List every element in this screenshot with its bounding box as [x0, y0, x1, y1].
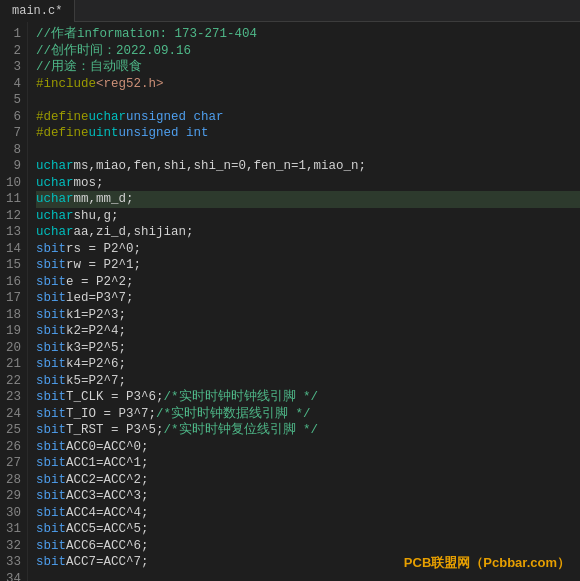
tab-bar: main.c*	[0, 0, 580, 22]
watermark: PCB联盟网（Pcbbar.com）	[404, 555, 570, 572]
tab-label: main.c*	[12, 4, 62, 18]
code-line: sbit led=P3^7;	[36, 290, 580, 307]
code-line	[36, 92, 580, 109]
code-content[interactable]: //作者information: 173-271-404 //创作时间：2022…	[28, 22, 580, 581]
code-line: sbit T_CLK = P3^6; /*实时时钟时钟线引脚 */	[36, 389, 580, 406]
code-line: #define uchar unsigned char	[36, 109, 580, 126]
code-line: //创作时间：2022.09.16	[36, 43, 580, 60]
code-line: sbit k1=P2^3;	[36, 307, 580, 324]
code-line: sbit ACC3=ACC^3;	[36, 488, 580, 505]
code-line: #include <reg52.h>	[36, 76, 580, 93]
line-numbers: 12345 678910 1112131415 1617181920 21222…	[0, 22, 28, 581]
code-line: sbit rs = P2^0;	[36, 241, 580, 258]
watermark-text: PCB联盟网（Pcbbar.com）	[404, 555, 570, 570]
code-line: uchar ms,miao,fen,shi,shi_n=0,fen_n=1,mi…	[36, 158, 580, 175]
code-line: sbit k4=P2^6;	[36, 356, 580, 373]
code-line: sbit ACC2=ACC^2;	[36, 472, 580, 489]
code-line: #define uint unsigned int	[36, 125, 580, 142]
code-line: uchar shu,g;	[36, 208, 580, 225]
code-line: sbit k5=P2^7;	[36, 373, 580, 390]
code-line: //作者information: 173-271-404	[36, 26, 580, 43]
code-line: sbit k2=P2^4;	[36, 323, 580, 340]
code-line: uchar mm,mm_d;	[36, 191, 580, 208]
code-line: sbit T_IO = P3^7; /*实时时钟数据线引脚 */	[36, 406, 580, 423]
code-line: sbit ACC1=ACC^1;	[36, 455, 580, 472]
code-line	[36, 142, 580, 159]
code-line: uchar mos;	[36, 175, 580, 192]
code-line: sbit ACC4=ACC^4;	[36, 505, 580, 522]
code-line	[36, 571, 580, 582]
code-line: sbit e = P2^2;	[36, 274, 580, 291]
editor-container: main.c* 12345 678910 1112131415 16171819…	[0, 0, 580, 581]
code-line: sbit k3=P2^5;	[36, 340, 580, 357]
code-line: sbit ACC0=ACC^0;	[36, 439, 580, 456]
main-tab[interactable]: main.c*	[0, 0, 75, 22]
code-line: sbit ACC5=ACC^5;	[36, 521, 580, 538]
code-line: uchar aa,zi_d,shijian;	[36, 224, 580, 241]
code-line: sbit ACC6=ACC^6;	[36, 538, 580, 555]
code-area: 12345 678910 1112131415 1617181920 21222…	[0, 22, 580, 581]
code-line: //用途：自动喂食	[36, 59, 580, 76]
code-line: sbit rw = P2^1;	[36, 257, 580, 274]
code-line: sbit T_RST = P3^5; /*实时时钟复位线引脚 */	[36, 422, 580, 439]
